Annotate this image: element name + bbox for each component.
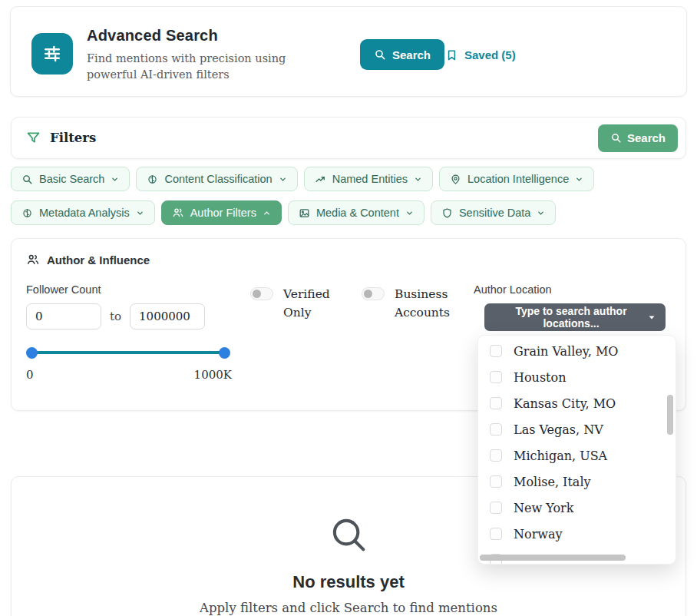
- chevron-up-icon: [263, 209, 271, 217]
- chip-media-content[interactable]: Media & Content: [288, 200, 424, 225]
- toggle-knob: [253, 290, 261, 298]
- bookmark-icon: [445, 48, 458, 61]
- verified-only-toggle[interactable]: [250, 287, 273, 300]
- chevron-down-icon: [405, 209, 414, 217]
- chevron-down-icon: [414, 175, 422, 184]
- chip-metadata-analysis[interactable]: Metadata Analysis: [11, 200, 155, 225]
- search-icon: [326, 512, 371, 557]
- brain-icon: [147, 174, 158, 185]
- search-icon: [610, 132, 622, 144]
- author-location-select[interactable]: Type to search author locations...: [484, 303, 666, 331]
- chevron-down-icon: [111, 175, 119, 184]
- search-icon: [374, 48, 386, 61]
- checkbox[interactable]: [490, 502, 502, 514]
- chip-named-entities[interactable]: Named Entities: [304, 167, 433, 191]
- horizontal-scrollbar-thumb[interactable]: [480, 555, 626, 561]
- chip-sensitive-data[interactable]: Sensitive Data: [431, 200, 557, 225]
- panel-title: Author & Influence: [47, 253, 150, 267]
- page-title: Advanced Search: [87, 27, 218, 45]
- filter-chip-row-2: Metadata Analysis Author Filters Media &…: [11, 200, 556, 225]
- filter-chip-row-1: Basic Search Content Classification Name…: [11, 167, 594, 191]
- chevron-down-icon: [575, 175, 583, 184]
- list-item[interactable]: Grain Valley, MO: [478, 338, 676, 364]
- list-item[interactable]: New York: [478, 495, 676, 521]
- caret-down-icon: [647, 313, 656, 322]
- funnel-icon: [25, 130, 41, 146]
- brain-icon: [21, 207, 33, 219]
- author-location-label: Author Location: [474, 283, 552, 296]
- list-item[interactable]: Kansas City, MO: [478, 390, 676, 416]
- follower-min-input[interactable]: [26, 303, 101, 330]
- empty-state-title: No results yet: [12, 572, 685, 592]
- business-accounts-label: Business Accounts: [395, 285, 454, 322]
- author-location-placeholder: Type to search author locations...: [495, 305, 647, 330]
- verified-only-label: Verified Only: [283, 285, 343, 322]
- slider-handle-max[interactable]: [219, 347, 230, 359]
- empty-state-subtitle: Apply filters and click Search to find m…: [12, 601, 685, 615]
- filters-search-button[interactable]: Search: [598, 124, 678, 152]
- saved-label: Saved (5): [464, 48, 516, 61]
- list-item[interactable]: Las Vegas, NV: [478, 416, 676, 442]
- chip-location-intelligence[interactable]: Location Intelligence: [439, 167, 594, 191]
- verified-only-control: Verified Only: [250, 285, 343, 322]
- checkbox[interactable]: [490, 371, 502, 383]
- chip-author-filters[interactable]: Author Filters: [161, 200, 282, 225]
- filters-bar: Filters Search: [11, 117, 686, 159]
- image-icon: [299, 207, 310, 219]
- follower-count-inputs: to: [26, 303, 205, 330]
- list-item[interactable]: Norway: [478, 521, 676, 547]
- advanced-search-page: Advanced Search Find mentions with preci…: [0, 0, 697, 616]
- search-icon: [21, 174, 33, 185]
- slider-max-label: 1000K: [194, 368, 232, 382]
- chip-content-classification[interactable]: Content Classification: [136, 167, 297, 191]
- toggle-knob: [364, 290, 372, 298]
- checkbox[interactable]: [490, 449, 502, 462]
- follower-count-label: Follower Count: [26, 283, 101, 296]
- slider-track: [31, 351, 225, 354]
- vertical-scrollbar-thumb[interactable]: [667, 395, 673, 435]
- header-search-label: Search: [392, 48, 431, 61]
- chip-basic-search[interactable]: Basic Search: [11, 167, 130, 191]
- shield-icon: [441, 207, 453, 219]
- list-item[interactable]: Houston: [478, 364, 676, 390]
- slider-min-label: 0: [26, 368, 34, 382]
- range-separator: to: [110, 310, 121, 323]
- chevron-down-icon: [136, 209, 144, 217]
- follower-range-slider: [31, 347, 225, 358]
- slider-handle-min[interactable]: [26, 347, 38, 359]
- chevron-down-icon: [537, 209, 545, 217]
- header-search-button[interactable]: Search: [360, 39, 444, 70]
- checkbox[interactable]: [490, 397, 502, 409]
- panel-header: Author & Influence: [26, 253, 150, 267]
- saved-searches-button[interactable]: Saved (5): [445, 45, 516, 64]
- filters-title: Filters: [50, 131, 96, 145]
- page-subtitle: Find mentions with precision using power…: [87, 51, 331, 84]
- checkbox[interactable]: [490, 475, 502, 488]
- checkbox[interactable]: [490, 423, 502, 436]
- users-icon: [26, 253, 40, 267]
- users-icon: [172, 207, 184, 219]
- business-accounts-toggle[interactable]: [362, 287, 385, 300]
- list-item[interactable]: Molise, Italy: [478, 469, 676, 495]
- checkbox[interactable]: [490, 528, 502, 540]
- chevron-down-icon: [279, 175, 287, 184]
- slider-labels: 0 1000K: [26, 368, 232, 382]
- header-card: Advanced Search Find mentions with preci…: [10, 6, 687, 97]
- sliders-icon: [31, 33, 73, 75]
- checkbox[interactable]: [490, 345, 502, 357]
- author-location-dropdown: Grain Valley, MO Houston Kansas City, MO…: [477, 335, 676, 565]
- list-item[interactable]: Michigan, USA: [478, 442, 676, 469]
- filters-search-label: Search: [627, 131, 666, 144]
- trending-up-icon: [315, 174, 326, 185]
- business-accounts-control: Business Accounts: [362, 285, 454, 322]
- map-pin-icon: [450, 174, 461, 185]
- follower-max-input[interactable]: [130, 303, 205, 330]
